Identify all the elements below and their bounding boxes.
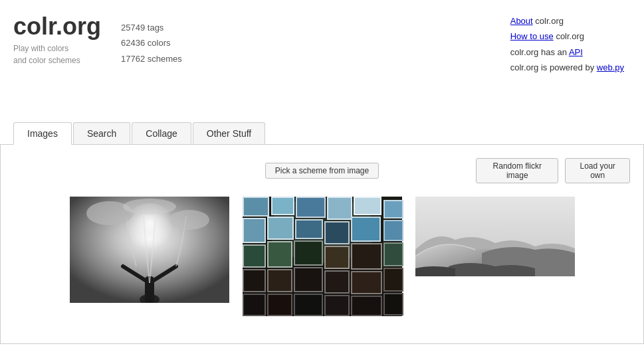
toolbar: Pick a scheme from image Random flickr i… bbox=[14, 158, 630, 183]
image-item-3[interactable] bbox=[415, 197, 575, 278]
tab-collage[interactable]: Collage bbox=[132, 122, 191, 144]
how-to-use-line: How to use colr.org bbox=[510, 29, 624, 44]
swatch bbox=[243, 218, 266, 243]
swatch bbox=[351, 243, 382, 270]
powered-line: colr.org is powered by web.py bbox=[510, 60, 624, 75]
api-link[interactable]: API bbox=[569, 47, 583, 57]
swatch bbox=[267, 241, 292, 268]
swatch bbox=[294, 240, 323, 266]
svg-point-8 bbox=[123, 199, 176, 215]
swatch bbox=[351, 271, 382, 294]
swatch bbox=[243, 294, 266, 316]
swatch bbox=[324, 270, 350, 294]
swatch bbox=[351, 217, 381, 242]
about-suffix: colr.org bbox=[533, 16, 564, 26]
swatch bbox=[294, 267, 323, 292]
main-content: Pick a scheme from image Random flickr i… bbox=[0, 145, 644, 344]
swatch bbox=[383, 220, 403, 241]
site-title-block: colr.org Play with colors and color sche… bbox=[13, 13, 101, 66]
image-bw-dunes bbox=[415, 197, 575, 278]
swatch bbox=[327, 197, 352, 220]
swatch bbox=[267, 217, 294, 240]
colors-count: 62436 colors bbox=[121, 35, 182, 50]
bw-dunes-svg bbox=[415, 197, 575, 276]
tab-search[interactable]: Search bbox=[73, 122, 130, 144]
how-suffix: colr.org bbox=[554, 31, 584, 41]
svg-point-7 bbox=[169, 210, 209, 230]
swatch bbox=[271, 197, 294, 215]
tagline-line1: Play with colors bbox=[13, 44, 68, 53]
load-own-button[interactable]: Load your own bbox=[565, 158, 630, 183]
api-line: colr.org has an API bbox=[510, 45, 624, 60]
swatch bbox=[383, 200, 403, 219]
swatch bbox=[296, 197, 326, 218]
webpy-link[interactable]: web.py bbox=[597, 62, 624, 72]
swatch bbox=[354, 197, 381, 215]
toolbar-right: Random flickr image Load your own bbox=[476, 158, 630, 183]
swatch bbox=[324, 295, 350, 316]
tagline: Play with colors and color schemes bbox=[13, 43, 101, 66]
swatch bbox=[267, 294, 292, 316]
image-item-2[interactable] bbox=[243, 197, 402, 316]
swatch bbox=[267, 269, 292, 292]
header-right: About colr.org How to use colr.org colr.… bbox=[510, 13, 624, 76]
images-grid bbox=[14, 197, 630, 316]
swatch bbox=[383, 242, 403, 266]
about-link[interactable]: About bbox=[510, 16, 533, 26]
swatch bbox=[243, 269, 266, 292]
swatch bbox=[383, 293, 403, 315]
about-line: About colr.org bbox=[510, 13, 624, 29]
tabs-container: Images Search Collage Other Stuff bbox=[0, 122, 644, 145]
tagline-line2: and color schemes bbox=[13, 56, 80, 65]
swatch bbox=[324, 246, 350, 269]
tab-other-stuff[interactable]: Other Stuff bbox=[193, 122, 265, 144]
api-prefix: colr.org has an bbox=[510, 47, 569, 57]
toolbar-center: Pick a scheme from image bbox=[168, 163, 477, 179]
random-flickr-button[interactable]: Random flickr image bbox=[476, 158, 558, 183]
header: colr.org Play with colors and color sche… bbox=[0, 0, 644, 82]
pick-scheme-button[interactable]: Pick a scheme from image bbox=[265, 163, 379, 179]
swatch bbox=[243, 244, 266, 268]
swatches-overlay bbox=[243, 197, 402, 316]
swatch bbox=[324, 221, 350, 244]
schemes-count: 17762 schemes bbox=[121, 51, 182, 66]
header-left: colr.org Play with colors and color sche… bbox=[13, 13, 182, 76]
swatch bbox=[294, 294, 323, 316]
how-to-use-link[interactable]: How to use bbox=[510, 31, 554, 41]
swatch bbox=[243, 197, 269, 217]
swatch bbox=[351, 296, 382, 316]
tab-images[interactable]: Images bbox=[13, 122, 72, 145]
site-title: colr.org bbox=[13, 13, 101, 40]
swatch bbox=[295, 219, 323, 239]
stats-block: 25749 tags 62436 colors 17762 schemes bbox=[121, 20, 182, 66]
powered-prefix: colr.org is powered by bbox=[510, 62, 597, 72]
image-item-1[interactable] bbox=[70, 197, 229, 303]
swatches-container bbox=[243, 197, 402, 316]
bw-figure-svg bbox=[70, 197, 229, 303]
tags-count: 25749 tags bbox=[121, 20, 182, 35]
swatch bbox=[383, 268, 403, 292]
image-bw-figure bbox=[70, 197, 229, 303]
